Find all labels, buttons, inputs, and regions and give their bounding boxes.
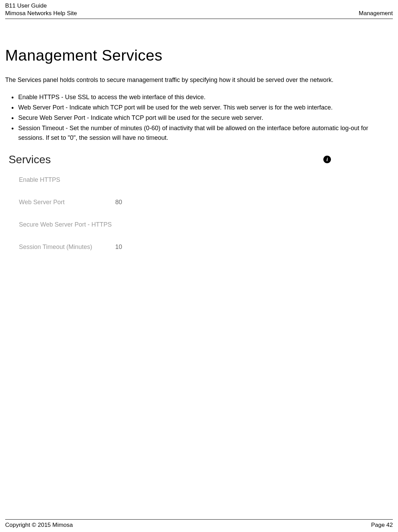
table-row: Secure Web Server Port - HTTPS	[19, 221, 334, 228]
intro-paragraph: The Services panel holds controls to sec…	[5, 74, 393, 86]
list-item: Web Server Port - Indicate which TCP por…	[11, 103, 393, 113]
content-area: Management Services The Services panel h…	[5, 19, 393, 251]
table-row: Session Timeout (Minutes) 10	[19, 243, 334, 251]
table-row: Web Server Port 80	[19, 199, 334, 206]
list-item: Session Timeout - Set the number of minu…	[11, 124, 393, 143]
site-name: Mimosa Networks Help Site	[5, 10, 77, 17]
page-footer: Copyright © 2015 Mimosa Page 42	[5, 519, 393, 529]
panel-header: Services i	[9, 153, 334, 176]
copyright: Copyright © 2015 Mimosa	[5, 522, 73, 529]
page-number: Page 42	[371, 522, 393, 529]
header-left: B11 User Guide Mimosa Networks Help Site	[5, 2, 77, 17]
row-label: Enable HTTPS	[19, 176, 115, 184]
row-label: Session Timeout (Minutes)	[19, 243, 115, 251]
row-value: 10	[115, 243, 122, 251]
bullet-list: Enable HTTPS - Use SSL to access the web…	[5, 93, 393, 143]
row-label: Web Server Port	[19, 199, 115, 206]
panel-title: Services	[9, 153, 51, 166]
panel-rows: Enable HTTPS Web Server Port 80 Secure W…	[9, 176, 334, 251]
table-row: Enable HTTPS	[19, 176, 334, 184]
page-title: Management Services	[5, 46, 393, 64]
row-label: Secure Web Server Port - HTTPS	[19, 221, 115, 228]
doc-title: B11 User Guide	[5, 2, 77, 10]
list-item: Enable HTTPS - Use SSL to access the web…	[11, 93, 393, 102]
services-panel: Services i Enable HTTPS Web Server Port …	[9, 153, 334, 251]
info-icon[interactable]: i	[323, 156, 331, 163]
list-item: Secure Web Server Port - Indicate which …	[11, 113, 393, 123]
header-section: Management	[359, 10, 393, 17]
page-header: B11 User Guide Mimosa Networks Help Site…	[5, 0, 393, 19]
row-value: 80	[115, 199, 122, 206]
